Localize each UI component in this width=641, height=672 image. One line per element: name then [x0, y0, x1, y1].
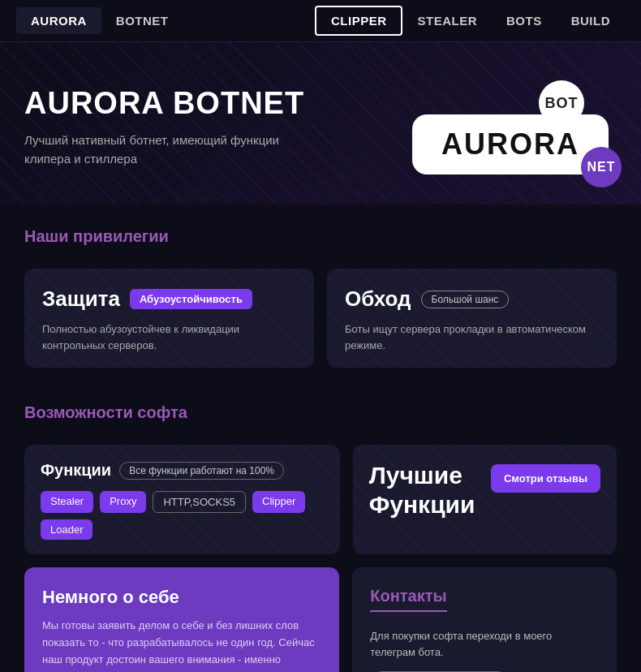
contacts-title: Контакты: [370, 587, 446, 612]
func-title: Функции: [41, 461, 111, 480]
hero-logo: BOT AURORA NET: [412, 80, 609, 174]
feature-card-best: ЛучшиеФункции Смотри отзывы: [353, 445, 617, 554]
aurora-logo-text: AURORA: [441, 127, 579, 161]
reviews-button[interactable]: Смотри отзывы: [491, 464, 600, 493]
nav-build[interactable]: BUILD: [557, 7, 625, 34]
feature-cards: Функции Все функции работают на 100% Ste…: [0, 445, 641, 567]
bottom-row: Немного о себе Мы готовы заявить делом о…: [0, 567, 641, 672]
bot-badge: BOT: [539, 80, 584, 126]
navbar: AURORA BOTNET CLIPPER STEALER BOTS BUILD: [0, 0, 641, 42]
privilege-card-bypass: Обход Большой шанс Боты ищут сервера про…: [327, 269, 617, 368]
about-text: Мы готовы заявить делом о себе и без лиш…: [42, 618, 321, 672]
card1-text: Полностью абузоустойчев к ликвидации кон…: [42, 321, 296, 353]
tag-stealer[interactable]: Stealer: [41, 491, 93, 513]
tag-proxy[interactable]: Proxy: [100, 491, 146, 513]
tag-http-socks5[interactable]: HTTP,SOCKS5: [153, 491, 246, 513]
nav-botnet[interactable]: BOTNET: [101, 7, 183, 34]
card1-badge: Абузоустойчивость: [130, 289, 252, 309]
tag-clipper[interactable]: Clipper: [252, 491, 305, 513]
privilege-cards: Защита Абузоустойчивость Полностью абузо…: [0, 269, 641, 381]
hero-section: AURORA BOTNET Лучший нативный ботнет, им…: [0, 42, 641, 205]
card2-header: Обход Большой шанс: [345, 286, 599, 312]
features-title: Возможности софта: [24, 403, 617, 422]
nav-bots[interactable]: BOTS: [492, 7, 557, 34]
net-badge: NET: [581, 147, 622, 187]
nav-stealer[interactable]: STEALER: [402, 7, 492, 34]
privileges-title: Наши привилегии: [24, 227, 617, 246]
best-func-title: ЛучшиеФункции: [369, 461, 481, 519]
about-title: Немного о себе: [42, 587, 321, 608]
nav-clipper[interactable]: CLIPPER: [315, 6, 403, 36]
contacts-text: Для покупки софта переходи в моего телег…: [370, 628, 599, 660]
card1-header: Защита Абузоустойчивость: [42, 286, 296, 312]
hero-text: AURORA BOTNET Лучший нативный ботнет, им…: [24, 87, 412, 169]
feature-card-functions: Функции Все функции работают на 100% Ste…: [24, 445, 340, 554]
tags-row: Stealer Proxy HTTP,SOCKS5 Clipper Loader: [41, 491, 324, 540]
privileges-section-title: Наши привилегии: [0, 205, 641, 269]
func-badge: Все функции работают на 100%: [119, 462, 284, 480]
card2-badge: Большой шанс: [421, 291, 510, 308]
card2-title: Обход: [345, 286, 411, 312]
features-section-title: Возможности софта: [0, 381, 641, 445]
card1-title: Защита: [42, 286, 120, 312]
nav-aurora[interactable]: AURORA: [16, 7, 101, 34]
func-header: Функции Все функции работают на 100%: [41, 461, 324, 480]
aurora-logo-box: AURORA NET: [412, 114, 609, 174]
hero-title: AURORA BOTNET: [24, 87, 412, 121]
privilege-card-protection: Защита Абузоустойчивость Полностью абузо…: [24, 269, 314, 368]
hero-subtitle: Лучший нативный ботнет, имеющий функции …: [24, 131, 284, 168]
contacts-card: Контакты Для покупки софта переходи в мо…: [352, 567, 617, 672]
tag-loader[interactable]: Loader: [41, 519, 92, 540]
best-func-header: ЛучшиеФункции Смотри отзывы: [369, 461, 600, 519]
card2-text: Боты ищут сервера прокладки в автоматиче…: [345, 321, 599, 353]
about-card: Немного о себе Мы готовы заявить делом о…: [24, 567, 339, 672]
